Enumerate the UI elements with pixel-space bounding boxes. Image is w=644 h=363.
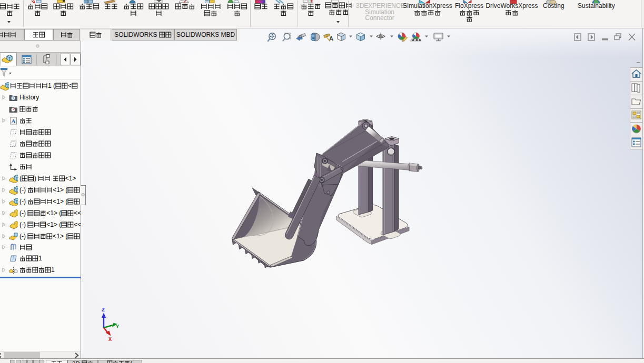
svg-text:A: A (12, 117, 16, 124)
svg-text:X: X (108, 337, 112, 342)
svg-text:Y: Y (116, 324, 119, 330)
svg-text:Z: Z (102, 307, 105, 313)
